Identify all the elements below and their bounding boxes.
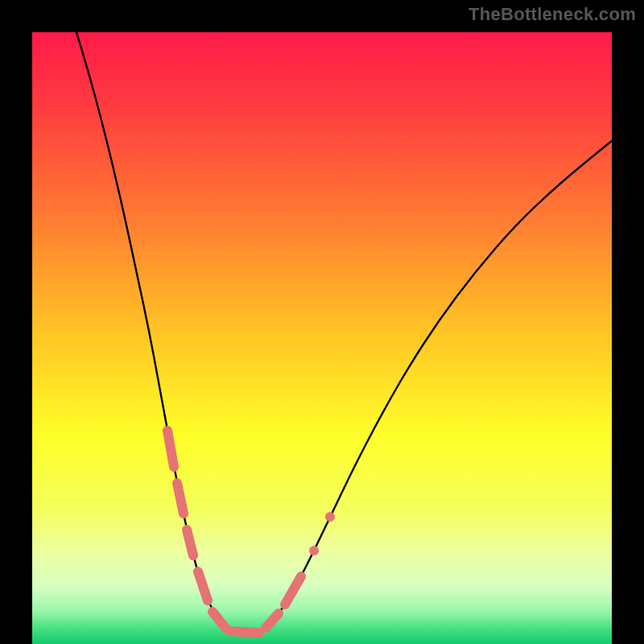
highlight-segment [177,483,184,514]
highlight-segment [167,431,174,467]
highlight-segment [187,530,193,555]
chart-svg [0,0,644,644]
highlight-segment [230,631,259,633]
plot-background [32,32,612,644]
watermark-label: TheBottleneck.com [469,4,636,25]
chart-frame: TheBottleneck.com [0,0,644,644]
